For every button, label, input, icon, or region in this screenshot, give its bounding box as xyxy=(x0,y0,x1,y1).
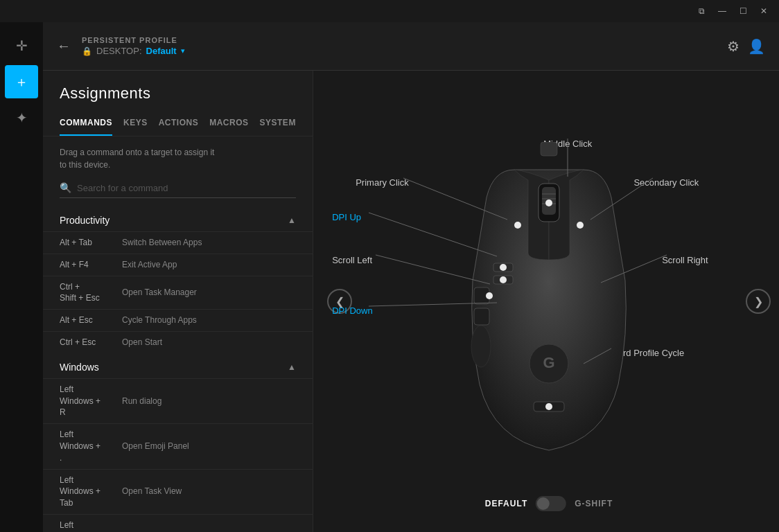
pip-button[interactable]: ⧉ xyxy=(692,3,711,19)
svg-point-9 xyxy=(471,326,491,367)
svg-point-14 xyxy=(545,200,552,206)
svg-point-18 xyxy=(486,292,493,299)
window-controls: ⧉ — ☐ ✕ xyxy=(692,3,773,19)
search-bar: 🔍 xyxy=(60,182,296,198)
mouse-diagram-svg: G xyxy=(459,142,639,461)
command-desc: Cycle Through Apps xyxy=(122,314,197,326)
command-key: LeftWindows +Tab xyxy=(60,475,122,509)
move-icon-button[interactable]: ✛ xyxy=(5,29,38,62)
svg-rect-8 xyxy=(474,308,489,325)
toggle-knob xyxy=(537,497,550,510)
windows-collapse-icon: ▲ xyxy=(288,362,296,372)
title-bar: ⧉ — ☐ ✕ xyxy=(0,0,779,22)
toggle-switch[interactable] xyxy=(536,496,566,511)
svg-point-20 xyxy=(545,403,552,410)
scroll-left-label: Scroll Left xyxy=(332,255,372,265)
tab-keys[interactable]: KEYS xyxy=(123,114,148,136)
list-item[interactable]: Alt + Esc Cycle Through Apps xyxy=(43,309,313,331)
category-productivity-label: Productivity xyxy=(60,215,110,226)
scroll-right-label: Scroll Right xyxy=(662,255,708,265)
search-icon: 🔍 xyxy=(60,182,71,193)
command-desc: Switch Between Apps xyxy=(122,237,202,249)
command-key: LeftWindows +. xyxy=(60,429,122,463)
icon-bar: ✛ ＋ ✦ xyxy=(0,22,43,532)
primary-click-label: Primary Click xyxy=(356,177,409,188)
maximize-button[interactable]: ☐ xyxy=(733,3,753,19)
svg-point-15 xyxy=(514,222,521,229)
gshift-label: G-SHIFT xyxy=(575,499,613,508)
productivity-collapse-icon: ▲ xyxy=(288,215,296,225)
left-panel: Assignments COMMANDS KEYS ACTIONS MACROS… xyxy=(43,71,313,532)
category-windows[interactable]: Windows ▲ xyxy=(43,353,313,378)
command-key: Alt + Tab xyxy=(60,237,122,249)
command-key: Ctrl + Esc xyxy=(60,337,122,348)
list-item[interactable]: LeftWindows +. Open Emoji Panel xyxy=(43,423,313,468)
command-desc: Exit Active App xyxy=(122,259,177,271)
tab-macros[interactable]: MACROS xyxy=(209,114,248,136)
drag-hint: Drag a command onto a target to assign i… xyxy=(43,136,313,177)
right-panel: ❮ ❯ Middle Click Primary Click Secondary… xyxy=(313,71,779,532)
category-windows-label: Windows xyxy=(60,362,99,373)
tab-commands[interactable]: COMMANDS xyxy=(60,114,112,136)
command-desc: Run dialog xyxy=(122,396,161,407)
plus-icon-button[interactable]: ＋ xyxy=(5,65,38,98)
default-label: DEFAULT xyxy=(485,499,527,508)
command-list: Productivity ▲ Alt + Tab Switch Between … xyxy=(43,206,313,532)
command-key: Alt + Esc xyxy=(60,314,122,326)
list-item[interactable]: LeftWindows +R Run dialog xyxy=(43,378,313,423)
secondary-click-label: Secondary Click xyxy=(633,177,699,188)
list-item[interactable]: Ctrl +Shift + Esc Open Task Manager xyxy=(43,276,313,310)
svg-point-19 xyxy=(500,276,507,283)
dpi-down-label: DPI Down xyxy=(332,305,373,316)
command-desc: Open Task View xyxy=(122,486,182,497)
close-button[interactable]: ✕ xyxy=(754,3,773,19)
dpi-up-label: DPI Up xyxy=(332,212,361,222)
minimize-button[interactable]: — xyxy=(712,3,732,19)
command-key: Ctrl +Shift + Esc xyxy=(60,281,122,305)
tab-actions[interactable]: ACTIONS xyxy=(159,114,199,136)
svg-text:G: G xyxy=(543,354,554,371)
command-key: LeftWindows +R xyxy=(60,384,122,418)
panel-title: Assignments xyxy=(43,71,313,114)
tabs-container: COMMANDS KEYS ACTIONS MACROS SYSTEM xyxy=(43,114,313,136)
tab-system[interactable]: SYSTEM xyxy=(260,114,296,136)
svg-rect-13 xyxy=(541,142,557,156)
list-item[interactable]: LeftWindows +Tab Open Task View xyxy=(43,469,313,514)
svg-point-17 xyxy=(500,264,507,271)
list-item[interactable]: Alt + F4 Exit Active App xyxy=(43,254,313,276)
command-key: Alt + F4 xyxy=(60,259,122,271)
command-desc: Open Task Manager xyxy=(122,287,197,299)
command-desc: Open Emoji Panel xyxy=(122,441,189,452)
content-area: Assignments COMMANDS KEYS ACTIONS MACROS… xyxy=(43,71,779,532)
command-key: LeftWindows +... xyxy=(60,520,122,532)
toggle-bar: DEFAULT G-SHIFT xyxy=(485,496,613,511)
light-icon-button[interactable]: ✦ xyxy=(5,101,38,134)
list-item[interactable]: Alt + Tab Switch Between Apps xyxy=(43,231,313,254)
search-input[interactable] xyxy=(77,183,296,193)
svg-point-16 xyxy=(577,222,584,229)
command-desc: Open Start xyxy=(122,337,162,348)
category-productivity[interactable]: Productivity ▲ xyxy=(43,206,313,231)
list-item[interactable]: LeftWindows +... Open... xyxy=(43,514,313,532)
list-item[interactable]: Ctrl + Esc Open Start xyxy=(43,331,313,353)
